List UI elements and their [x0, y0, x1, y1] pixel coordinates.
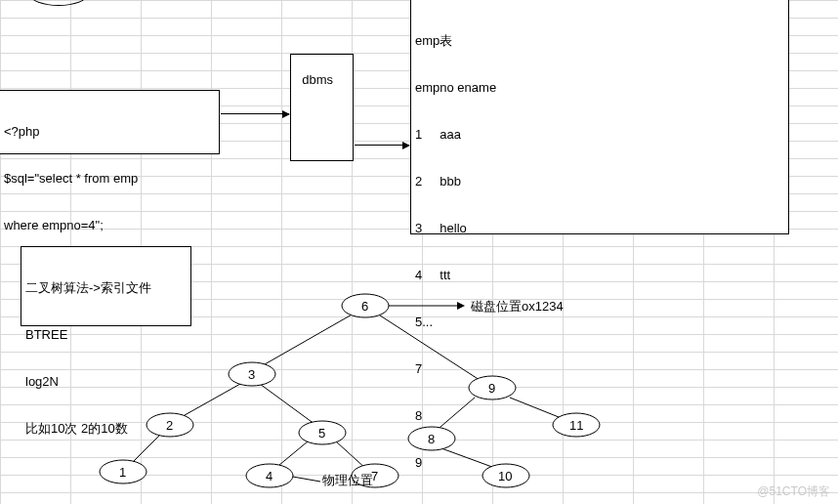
- svg-line-3: [260, 384, 318, 427]
- tree-node: 11: [569, 418, 583, 433]
- btree-diagram: 6 3 9 2 5 8 11 1 4 7 10 磁盘位置ox1234 物理位置: [68, 284, 703, 495]
- tree-node: 2: [166, 418, 173, 433]
- svg-line-1: [377, 314, 482, 382]
- tree-node: 9: [488, 381, 495, 396]
- watermark: @51CTO博客: [757, 483, 830, 500]
- svg-marker-11: [457, 302, 465, 310]
- table-header: empno ename: [415, 80, 784, 96]
- tree-node: 10: [498, 469, 512, 483]
- tree-caption-bottom: 物理位置: [322, 473, 373, 487]
- php-code-box: <?php $sql="select * from emp where empn…: [0, 90, 220, 154]
- tree-node: 6: [361, 299, 368, 314]
- tree-caption-right: 磁盘位置ox1234: [470, 299, 564, 314]
- tree-node: 3: [248, 367, 255, 382]
- svg-line-2: [178, 384, 240, 419]
- tree-node: 8: [428, 432, 435, 446]
- arrow-code-to-dbms: [221, 113, 289, 114]
- arrow-dbms-to-table: [355, 145, 409, 146]
- table-title: emp表: [415, 33, 784, 49]
- svg-line-0: [258, 314, 354, 368]
- table-row: 3 hello: [415, 221, 784, 236]
- dbms-label: dbms: [302, 72, 333, 87]
- table-row: 2 bbb: [415, 174, 784, 189]
- table-row: 1 aaa: [415, 127, 784, 143]
- tree-node: 1: [119, 465, 126, 480]
- dbms-box: dbms: [290, 54, 354, 161]
- emp-table-box: emp表 empno ename 1 aaa 2 bbb 3 hello 4 t…: [410, 0, 789, 234]
- code-line: <?php: [4, 124, 215, 140]
- code-line: where empno=4";: [4, 218, 215, 233]
- code-line: $sql="select * from emp: [4, 171, 215, 187]
- tree-node: 5: [318, 426, 325, 441]
- tree-node: 4: [266, 469, 272, 483]
- table-row: 4 ttt: [415, 268, 784, 283]
